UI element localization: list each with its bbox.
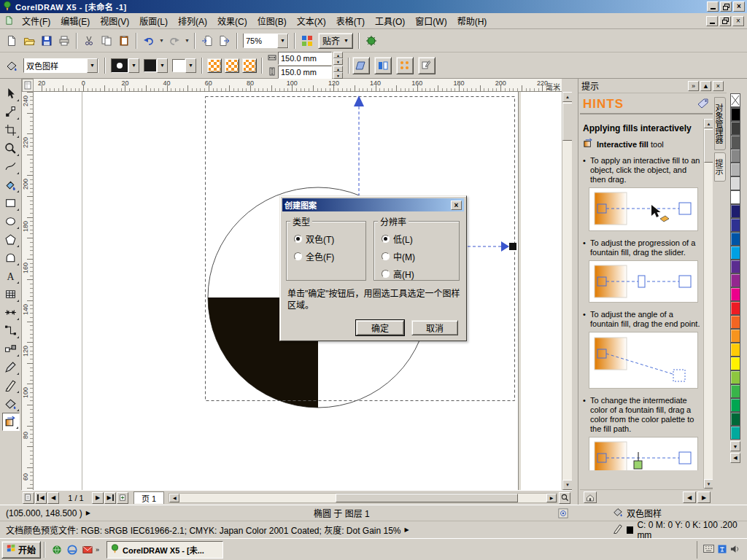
- palette-swatch-24[interactable]: [730, 426, 740, 440]
- print-icon[interactable]: [55, 32, 73, 50]
- menu-item-1[interactable]: 文件(F): [17, 12, 55, 29]
- page-tab[interactable]: 页 1: [133, 491, 164, 504]
- canvas-vertical-scrollbar[interactable]: ▲ ▼: [562, 92, 572, 490]
- scroll-down-icon[interactable]: ▼: [562, 480, 573, 490]
- back-color-picker[interactable]: ▼: [172, 58, 196, 73]
- pick-tool[interactable]: [2, 85, 20, 103]
- zoom-tool[interactable]: [2, 139, 20, 158]
- radio-dot-icon[interactable]: [294, 235, 302, 243]
- radio-dot-icon[interactable]: [382, 270, 390, 278]
- palette-swatch-9[interactable]: [730, 218, 740, 232]
- quick-launch-more-icon[interactable]: »: [96, 546, 99, 553]
- horizontal-ruler[interactable]: 20020406080100120140160180200220 毫米: [34, 79, 562, 92]
- menu-item-12[interactable]: 帮助(H): [452, 12, 492, 29]
- connector-tool[interactable]: [2, 322, 20, 340]
- outline-pen-tool[interactable]: [2, 376, 20, 394]
- canvas-horizontal-scrollbar[interactable]: ◀ ▶: [169, 493, 557, 503]
- tile-height-down-icon[interactable]: ▼: [333, 72, 343, 79]
- palette-swatch-3[interactable]: [730, 135, 740, 149]
- scroll-right-icon[interactable]: ▶: [546, 494, 557, 502]
- menu-item-5[interactable]: 排列(A): [173, 12, 212, 29]
- new-icon[interactable]: [3, 32, 20, 50]
- palette-swatch-6[interactable]: [730, 176, 740, 190]
- palette-swatch-13[interactable]: [730, 273, 740, 287]
- save-icon[interactable]: [38, 32, 55, 50]
- shape-tool[interactable]: [2, 103, 20, 121]
- ruler-origin[interactable]: [22, 79, 34, 92]
- import-icon[interactable]: [198, 32, 216, 50]
- ok-button[interactable]: 确定: [356, 320, 404, 335]
- scroll-up-icon[interactable]: ▲: [562, 92, 573, 102]
- radio-low[interactable]: 低(L): [382, 233, 459, 245]
- first-page-icon[interactable]: ◀: [35, 492, 47, 504]
- close-button[interactable]: ×: [733, 1, 745, 12]
- fill-type-select[interactable]: 双色图样 ▼: [23, 58, 98, 73]
- fill-type-dropdown-icon[interactable]: ▼: [87, 58, 98, 73]
- large-tile-button[interactable]: [242, 58, 257, 73]
- mdi-close-button[interactable]: ×: [732, 16, 744, 26]
- small-tile-button[interactable]: [207, 58, 222, 73]
- palette-scroll-down-icon[interactable]: ▼: [730, 441, 740, 451]
- radio-dot-icon[interactable]: [382, 252, 390, 260]
- pattern-picker[interactable]: ▼: [111, 58, 139, 73]
- hints-back-icon[interactable]: ◀: [683, 491, 696, 503]
- medium-tile-button[interactable]: [225, 58, 239, 73]
- previous-page-icon[interactable]: ◀: [47, 492, 59, 504]
- snap-to-dropdown[interactable]: 贴齐 ▼: [318, 33, 353, 49]
- palette-swatch-2[interactable]: [730, 121, 740, 135]
- smart-fill-tool[interactable]: [2, 176, 20, 194]
- menu-item-3[interactable]: 视图(V): [95, 12, 134, 29]
- radio-dot-icon[interactable]: [382, 235, 390, 243]
- hints-icon[interactable]: [697, 98, 710, 111]
- redo-dropdown-icon[interactable]: ▼: [183, 32, 191, 50]
- last-page-icon[interactable]: ▶: [104, 492, 116, 504]
- crop-tool[interactable]: [2, 121, 20, 139]
- flyout-arrow-icon[interactable]: ▶: [86, 510, 90, 516]
- radio-high[interactable]: 高(H): [382, 268, 459, 280]
- tray-volume-icon[interactable]: [730, 545, 740, 555]
- ellipse-tool[interactable]: [2, 212, 20, 230]
- taskbar-app-button[interactable]: CorelDRAW X5 - [未...: [107, 541, 223, 559]
- next-page-icon[interactable]: ▶: [92, 492, 104, 504]
- palette-swatch-5[interactable]: [730, 163, 740, 176]
- docker-close-icon[interactable]: ×: [713, 81, 724, 91]
- menu-item-2[interactable]: 编辑(E): [55, 12, 95, 29]
- undo-icon[interactable]: [140, 32, 158, 50]
- tile-width-up-icon[interactable]: ▲: [333, 52, 343, 58]
- menu-item-7[interactable]: 位图(B): [252, 12, 292, 29]
- tray-language-icon[interactable]: [718, 545, 727, 555]
- docker-collapse-icon[interactable]: ▲: [700, 81, 711, 91]
- redo-icon[interactable]: [166, 32, 183, 50]
- vertical-scroll-thumb[interactable]: [562, 103, 573, 141]
- edit-fill-icon[interactable]: [3, 57, 20, 74]
- front-color-picker[interactable]: ▼: [144, 58, 168, 73]
- cancel-button[interactable]: 取消: [411, 320, 458, 335]
- cut-icon[interactable]: [80, 32, 98, 50]
- application-launcher-icon[interactable]: [298, 32, 316, 50]
- flyout-arrow-icon[interactable]: ▶: [405, 526, 409, 533]
- docker-tab-2[interactable]: 提示: [714, 152, 726, 182]
- status-indicator-icon[interactable]: [558, 505, 568, 521]
- menu-item-6[interactable]: 效果(C): [212, 12, 252, 29]
- scroll-up-icon[interactable]: ▲: [704, 119, 713, 128]
- menu-item-4[interactable]: 版面(L): [134, 12, 173, 29]
- interactive-fill-tool[interactable]: [2, 413, 20, 431]
- radio-dot-icon[interactable]: [294, 252, 302, 260]
- pattern-dropdown-icon[interactable]: ▼: [128, 58, 139, 73]
- palette-swatch-15[interactable]: [730, 301, 740, 315]
- blend-tool[interactable]: [2, 340, 20, 358]
- palette-swatch-14[interactable]: [730, 287, 740, 301]
- hints-home-icon[interactable]: [584, 491, 597, 503]
- palette-swatch-17[interactable]: [730, 329, 740, 343]
- undo-dropdown-icon[interactable]: ▼: [158, 32, 166, 50]
- add-page-icon[interactable]: [117, 492, 128, 504]
- dialog-close-icon[interactable]: ×: [451, 201, 462, 210]
- back-color-dropdown-icon[interactable]: ▼: [185, 58, 196, 73]
- radio-two-color[interactable]: 双色(T): [294, 233, 365, 245]
- palette-swatch-4[interactable]: [730, 149, 740, 163]
- zoom-level-combo[interactable]: 75% ▼: [243, 34, 289, 48]
- tile-width-field[interactable]: 150.0 mm: [278, 52, 332, 65]
- tile-height-up-icon[interactable]: ▲: [333, 66, 343, 72]
- no-color-swatch[interactable]: [730, 93, 740, 107]
- page-sorter-icon[interactable]: [23, 492, 34, 504]
